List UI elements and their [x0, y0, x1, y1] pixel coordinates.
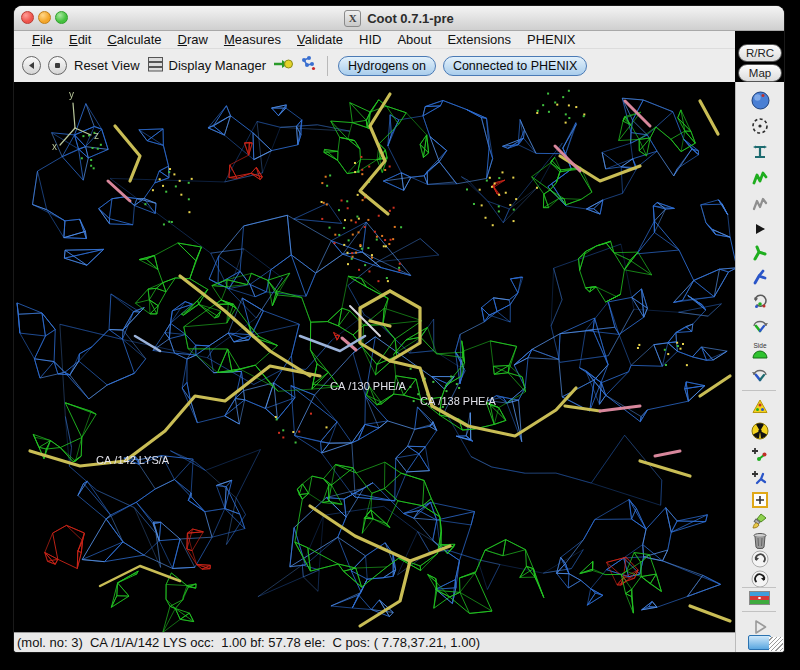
- mutate-radioactive-icon[interactable]: [736, 421, 784, 441]
- real-space-refine-icon[interactable]: [736, 168, 784, 188]
- toolbar-separator: [327, 56, 328, 76]
- record-icon[interactable]: [48, 56, 67, 75]
- molecule-icon[interactable]: [300, 55, 317, 76]
- menu-edit[interactable]: Edit: [61, 32, 99, 47]
- brush-icon[interactable]: [736, 511, 784, 531]
- blue-cube-icon[interactable]: [748, 635, 771, 650]
- main-toolbar: Reset View Display Manager Hydrogens on …: [14, 48, 735, 82]
- coot-window: X Coot 0.7.1-pre File Edit Calculate Dra…: [14, 6, 784, 652]
- undo-icon[interactable]: [736, 549, 784, 569]
- rrc-button[interactable]: R/RC: [738, 44, 782, 62]
- chi-angles-icon[interactable]: [736, 291, 784, 311]
- strip-separator-1: [742, 390, 776, 391]
- play-triangle-icon[interactable]: [736, 219, 784, 239]
- menu-draw[interactable]: Draw: [170, 32, 216, 47]
- molecular-viewport[interactable]: [14, 82, 735, 632]
- i-beam-icon[interactable]: [736, 142, 784, 162]
- strip-separator-2: [742, 587, 776, 588]
- back-icon[interactable]: [22, 56, 41, 75]
- add-atom-box-icon[interactable]: [736, 490, 784, 510]
- menu-hid[interactable]: HID: [351, 32, 389, 47]
- flag-icon[interactable]: [749, 591, 770, 605]
- rigid-body-green-icon[interactable]: [736, 243, 784, 263]
- resize-grip[interactable]: [769, 637, 783, 651]
- regularize-icon[interactable]: [736, 194, 784, 214]
- strip-separator-3: [742, 611, 776, 612]
- status-bar: (mol. no: 3) CA /1/A/142 LYS occ: 1.00 b…: [14, 632, 735, 652]
- connect-arrow-icon[interactable]: [273, 57, 293, 75]
- dashed-circle-icon[interactable]: [736, 116, 784, 136]
- redo-icon[interactable]: [736, 569, 784, 589]
- flip-green-icon[interactable]: [736, 315, 784, 335]
- phenix-connection-button[interactable]: Connected to PHENIX: [443, 56, 587, 76]
- display-manager-button[interactable]: Display Manager: [147, 56, 267, 75]
- menu-bar: File Edit Calculate Draw Measures Valida…: [14, 31, 784, 48]
- run-play-outline-icon[interactable]: [736, 617, 784, 637]
- flip-blue-icon[interactable]: [736, 366, 784, 386]
- side-chain-flip-icon[interactable]: Side: [736, 341, 784, 361]
- add-residue-blue-icon[interactable]: [736, 468, 784, 488]
- title-bar[interactable]: X Coot 0.7.1-pre: [14, 6, 784, 31]
- blue-sphere-icon[interactable]: [736, 90, 784, 110]
- add-residue-green-icon[interactable]: [736, 445, 784, 465]
- status-text: (mol. no: 3) CA /1/A/142 LYS occ: 1.00 b…: [17, 635, 480, 650]
- alt-conf-warning-icon[interactable]: [736, 396, 784, 416]
- window-title-text: Coot 0.7.1-pre: [367, 11, 454, 26]
- window-title: X Coot 0.7.1-pre: [14, 6, 784, 30]
- menu-calculate[interactable]: Calculate: [99, 32, 169, 47]
- display-manager-icon: [147, 56, 164, 75]
- menu-about[interactable]: About: [389, 32, 439, 47]
- menu-phenix[interactable]: PHENIX: [519, 32, 583, 47]
- menu-extensions[interactable]: Extensions: [439, 32, 519, 47]
- hydrogens-toggle-button[interactable]: Hydrogens on: [338, 56, 436, 76]
- delete-trash-icon[interactable]: [736, 530, 784, 550]
- top-right-panel: R/RC Map: [735, 31, 784, 82]
- menu-file[interactable]: File: [24, 32, 61, 47]
- x11-icon: X: [344, 10, 361, 27]
- right-tool-strip: Side: [735, 82, 784, 652]
- menu-validate[interactable]: Validate: [289, 32, 351, 47]
- menu-measures[interactable]: Measures: [216, 32, 289, 47]
- map-button[interactable]: Map: [738, 64, 782, 82]
- reset-view-button[interactable]: Reset View: [74, 58, 140, 73]
- rot-trans-blue-icon[interactable]: [736, 267, 784, 287]
